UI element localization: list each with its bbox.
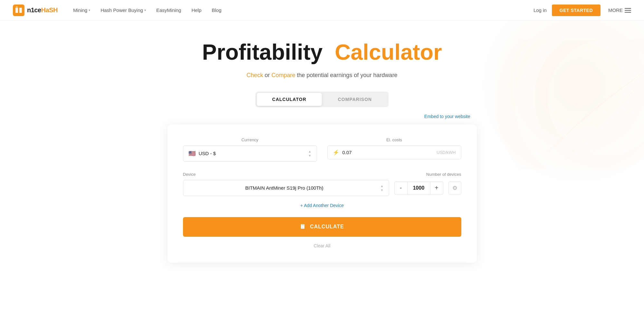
decrease-devices-button[interactable]: - [394, 182, 407, 194]
hero-subtitle: Check or Compare the potential earnings … [6, 72, 638, 79]
mode-tabs: CALCULATOR COMPARISON [255, 92, 389, 107]
embed-to-website-link[interactable]: Embed to your website [424, 114, 470, 119]
el-costs-input[interactable] [342, 146, 368, 159]
clear-all-button[interactable]: Clear All [183, 242, 461, 250]
chevron-down-icon: ▾ [89, 8, 90, 12]
currency-select[interactable]: USD - $ 🇺🇸 USD - $ ▲▼ [183, 145, 317, 162]
device-settings-button[interactable]: ⚙ [448, 182, 461, 194]
device-row-labels: Device Number of devices [183, 172, 461, 177]
gear-icon: ⚙ [452, 184, 457, 192]
nav-mining[interactable]: Mining ▾ [73, 7, 90, 13]
el-costs-input-wrapper: ⚡ USD/kWH [327, 145, 461, 159]
el-costs-label: El. costs [327, 137, 461, 142]
bolt-icon: ⚡ [333, 149, 339, 155]
device-select[interactable]: BITMAIN AntMiner S19j Pro (100Th) BITMAI… [183, 180, 389, 196]
get-started-button[interactable]: GET STARTED [552, 5, 601, 16]
svg-rect-0 [13, 5, 24, 16]
nav-links: Mining ▾ Hash Power Buying ▾ EasyMining … [73, 7, 533, 13]
hero-title: Profitability Calculator [6, 40, 638, 64]
device-label: Device [183, 172, 196, 177]
login-button[interactable]: Log in [533, 7, 547, 13]
tab-calculator[interactable]: CALCULATOR [257, 93, 322, 106]
add-another-device-link[interactable]: + Add Another Device [300, 203, 344, 208]
chevron-down-icon: ▾ [144, 8, 146, 12]
num-devices-value: 1000 [407, 182, 430, 194]
num-devices-control: - 1000 + [394, 182, 443, 194]
embed-link-container: Embed to your website [168, 114, 477, 119]
svg-point-1 [16, 6, 18, 8]
hamburger-icon [625, 8, 631, 13]
el-costs-group: El. costs ⚡ USD/kWH [327, 137, 461, 162]
nav-blog[interactable]: Blog [212, 7, 221, 13]
nav-help[interactable]: Help [191, 7, 201, 13]
device-row: Device Number of devices BITMAIN AntMine… [183, 172, 461, 196]
device-controls: BITMAIN AntMiner S19j Pro (100Th) BITMAI… [183, 180, 461, 196]
nav-actions: Log in GET STARTED MORE [533, 5, 631, 16]
currency-group: Currency USD - $ 🇺🇸 USD - $ ▲▼ [183, 137, 317, 162]
nav-easy-mining[interactable]: EasyMining [156, 7, 181, 13]
num-devices-label: Number of devices [426, 172, 461, 177]
navigation: n1ceHaSH Mining ▾ Hash Power Buying ▾ Ea… [0, 0, 644, 21]
calculator-icon: 🖩 [300, 224, 306, 230]
logo[interactable]: n1ceHaSH [13, 5, 58, 16]
nav-hash-power-buying[interactable]: Hash Power Buying ▾ [101, 7, 146, 13]
calculator-card: Currency USD - $ 🇺🇸 USD - $ ▲▼ El. costs [168, 125, 477, 263]
tabs-container: CALCULATOR COMPARISON [6, 92, 638, 107]
hero-section: Profitability Calculator Check or Compar… [0, 21, 644, 288]
calculate-button[interactable]: 🖩 CALCULATE [183, 217, 461, 237]
tab-comparison[interactable]: COMPARISON [322, 93, 387, 106]
logo-text: n1ceHaSH [27, 6, 58, 14]
el-costs-unit: USD/kWH [437, 150, 456, 155]
more-menu-button[interactable]: MORE [608, 7, 631, 13]
currency-label: Currency [183, 137, 317, 142]
currency-elcosts-row: Currency USD - $ 🇺🇸 USD - $ ▲▼ El. costs [183, 137, 461, 162]
increase-devices-button[interactable]: + [430, 182, 443, 194]
